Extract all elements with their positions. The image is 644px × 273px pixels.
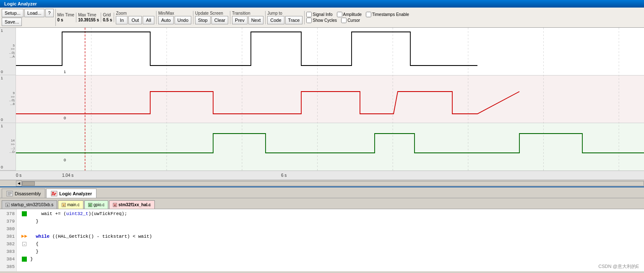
- show-cycles-checkbox[interactable]: [306, 18, 312, 23]
- code-line-383: }: [20, 248, 644, 255]
- timestamps-checkbox-wrap[interactable]: Timestamps Enable: [366, 12, 409, 17]
- signal-2-cursor-label: 0: [64, 158, 66, 162]
- cursor-checkbox-wrap[interactable]: Cursor: [341, 18, 360, 23]
- file-tab-startup-icon: s: [5, 203, 10, 207]
- tab-bar: Disassembly Logic Analyzer: [0, 186, 644, 198]
- prev-button[interactable]: Prev: [232, 16, 248, 24]
- timestamps-label: Timestamps Enable: [372, 12, 409, 17]
- update-label: Update Screen: [195, 11, 223, 16]
- time-label-cursor: 1.04 s: [62, 173, 73, 178]
- zoom-undo-button[interactable]: Undo: [175, 16, 191, 24]
- tab-logic-analyzer[interactable]: Logic Analyzer: [46, 189, 96, 198]
- svg-rect-18: [51, 191, 57, 196]
- analyzer-area: 1 5>>...0)...A 0 1 9>>...0)...8 0 1 14>>…: [0, 28, 644, 171]
- time-label-0: 0 s: [16, 173, 21, 178]
- svg-rect-2: [16, 123, 644, 171]
- breakpoint-384: [22, 257, 27, 262]
- file-tab-hal[interactable]: c stm32f1xx_hal.c: [109, 200, 154, 209]
- code-line-385: [20, 263, 644, 270]
- stop-button[interactable]: Stop: [195, 16, 211, 24]
- line-numbers: 378 379 380 381 382 383 384 385: [0, 209, 17, 271]
- help-button[interactable]: ?: [45, 9, 54, 17]
- signal-label-2: 1 14>>...)...D 0: [0, 123, 16, 171]
- next-button[interactable]: Next: [248, 16, 264, 24]
- jump-code-button[interactable]: Code: [267, 16, 284, 24]
- title-bar: Logic Analyzer: [0, 0, 644, 8]
- grid-group: Grid 0.5 s: [103, 13, 114, 22]
- svg-rect-1: [16, 75, 644, 123]
- file-tabs: s startup_stm32f103xb.s c main.c c gpio.…: [0, 198, 644, 209]
- setup-button[interactable]: Setup...: [2, 9, 23, 17]
- h-scrollbar: ◀: [0, 180, 644, 186]
- watermark: CSDN @意大利的E: [598, 263, 639, 270]
- max-time-value: 10.39155 s: [78, 18, 99, 22]
- amplitude-checkbox-wrap[interactable]: Amplitude: [337, 12, 362, 17]
- time-label-6s: 6 s: [281, 173, 287, 178]
- amplitude-label: Amplitude: [343, 12, 362, 17]
- grid-value: 0.5 s: [103, 18, 112, 22]
- clear-button[interactable]: Clear: [211, 16, 228, 24]
- file-tab-main-label: main.c: [67, 202, 79, 207]
- timestamps-checkbox[interactable]: [366, 12, 371, 17]
- svg-rect-0: [16, 28, 644, 75]
- scrollbar-track[interactable]: [22, 181, 644, 186]
- jump-trace-button[interactable]: Trace: [285, 16, 303, 24]
- code-line-381: ►► while ((HAL_GetTick() - tickstart) < …: [20, 233, 644, 240]
- fold-382[interactable]: -: [22, 242, 26, 246]
- timeline: 0 s 1.04 s 6 s: [0, 171, 644, 180]
- min-time-label: Min Time: [57, 13, 75, 17]
- file-tab-gpio-label: gpio.c: [94, 202, 105, 207]
- minmax-label: Min/Max: [158, 11, 174, 16]
- arrow-381: ►►: [21, 233, 27, 240]
- max-time-label: Max Time: [78, 13, 96, 17]
- code-content: 378 379 380 381 382 383 384 385 wait += …: [0, 209, 644, 271]
- waveform-svg: 1 0 0: [16, 28, 644, 171]
- tab-disassembly[interactable]: Disassembly: [2, 189, 45, 198]
- disassembly-icon: [6, 191, 13, 197]
- gutter-378: [20, 211, 29, 216]
- code-line-384: }: [20, 255, 644, 263]
- zoom-auto-button[interactable]: Auto: [158, 16, 174, 24]
- file-tab-main[interactable]: c main.c: [58, 200, 83, 209]
- minmax-group: Min/Max Auto Undo: [158, 11, 193, 24]
- setup-load-stack: Setup... Load... ? Save...: [2, 9, 54, 26]
- amplitude-checkbox[interactable]: [337, 12, 342, 17]
- file-tab-gpio[interactable]: c gpio.c: [84, 200, 109, 209]
- file-tab-startup[interactable]: s startup_stm32f103xb.s: [2, 200, 57, 209]
- time-group: Min Time 0 s: [57, 13, 77, 22]
- zoom-out-button[interactable]: Out: [128, 16, 142, 24]
- code-line-380: [20, 225, 644, 233]
- scroll-left-button[interactable]: ◀: [16, 181, 22, 186]
- logic-analyzer-icon: [51, 191, 57, 197]
- file-tab-main-icon: c: [62, 203, 66, 207]
- show-cycles-label: Show Cycles: [313, 18, 337, 23]
- checkboxes-group: Signal Info Amplitude Timestamps Enable …: [306, 12, 411, 23]
- update-group: Update Screen Stop Clear: [195, 11, 230, 24]
- zoom-in-button[interactable]: In: [116, 16, 128, 24]
- save-button[interactable]: Save...: [2, 18, 22, 26]
- signal-info-checkbox-wrap[interactable]: Signal Info: [306, 12, 332, 17]
- signal-0-cursor-label: 1: [64, 70, 66, 74]
- transition-group: Transition Prev Next: [232, 11, 266, 24]
- scrollbar-thumb[interactable]: [22, 181, 35, 186]
- file-tab-hal-label: stm32f1xx_hal.c: [118, 202, 151, 207]
- show-cycles-checkbox-wrap[interactable]: Show Cycles: [306, 18, 337, 23]
- file-tab-gpio-icon: c: [88, 203, 92, 207]
- file-tab-startup-label: startup_stm32f103xb.s: [11, 202, 53, 207]
- code-line-382: - {: [20, 240, 644, 248]
- load-button[interactable]: Load...: [24, 9, 44, 17]
- signal-labels: 1 5>>...0)...A 0 1 9>>...0)...8 0 1 14>>…: [0, 28, 16, 171]
- setup-group: Setup... Load... ? Save...: [2, 9, 56, 26]
- gutter-384: [20, 257, 29, 262]
- zoom-label: Zoom: [116, 11, 127, 16]
- cursor-checkbox[interactable]: [341, 18, 347, 23]
- signal-info-checkbox[interactable]: [306, 12, 312, 17]
- zoom-all-button[interactable]: All: [143, 16, 154, 24]
- signal-label-1: 1 9>>...0)...8 0: [0, 75, 16, 123]
- grid-label: Grid: [103, 13, 111, 17]
- code-area: s startup_stm32f103xb.s c main.c c gpio.…: [0, 198, 644, 271]
- transition-label: Transition: [232, 11, 250, 16]
- code-line-378: wait += (uint32_t)(uwTickFreq);: [20, 210, 644, 218]
- file-tab-hal-icon: c: [113, 203, 117, 207]
- signal-label-0: 1 5>>...0)...A 0: [0, 28, 16, 75]
